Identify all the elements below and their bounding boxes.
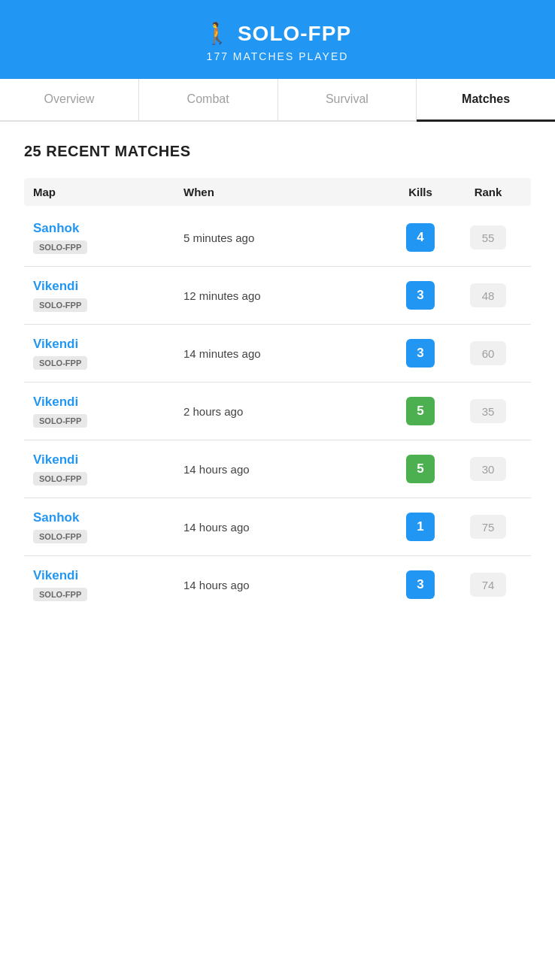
header: 🚶 SOLO-FPP 177 MATCHES PLAYED: [0, 0, 555, 79]
rank-cell: 60: [454, 341, 522, 365]
when-text: 14 hours ago: [183, 521, 387, 534]
mode-badge: SOLO-FPP: [33, 588, 87, 601]
when-text: 5 minutes ago: [183, 231, 387, 244]
table-row: Vikendi SOLO-FPP 2 hours ago 5 35: [24, 383, 531, 440]
rank-cell: 75: [454, 515, 522, 539]
table-row: Sanhok SOLO-FPP 5 minutes ago 4 55: [24, 209, 531, 267]
mode-badge: SOLO-FPP: [33, 240, 87, 254]
rank-value: 30: [470, 457, 506, 481]
kills-badge: 3: [387, 281, 454, 310]
col-rank: Rank: [454, 186, 522, 198]
matches-content: 25 RECENT MATCHES Map When Kills Rank Sa…: [0, 122, 555, 628]
map-info: Vikendi SOLO-FPP: [33, 279, 183, 312]
mode-badge: SOLO-FPP: [33, 472, 87, 485]
kills-badge: 5: [387, 455, 454, 483]
tab-combat[interactable]: Combat: [139, 79, 278, 120]
table-row: Vikendi SOLO-FPP 14 hours ago 5 30: [24, 440, 531, 498]
map-name[interactable]: Vikendi: [33, 395, 183, 410]
table-row: Sanhok SOLO-FPP 14 hours ago 1 75: [24, 498, 531, 556]
map-info: Sanhok SOLO-FPP: [33, 221, 183, 254]
kills-value: 5: [406, 455, 435, 483]
rank-value: 35: [470, 399, 506, 423]
tabs-container: Overview Combat Survival Matches: [0, 79, 555, 122]
table-header: Map When Kills Rank: [24, 178, 531, 206]
col-kills: Kills: [387, 186, 454, 198]
mode-badge: SOLO-FPP: [33, 356, 87, 370]
player-icon: 🚶: [204, 21, 230, 46]
map-info: Vikendi SOLO-FPP: [33, 337, 183, 370]
table-row: Vikendi SOLO-FPP 12 minutes ago 3 48: [24, 267, 531, 325]
rank-value: 55: [470, 225, 506, 250]
header-top: 🚶 SOLO-FPP: [15, 21, 540, 46]
kills-badge: 4: [387, 223, 454, 252]
map-name[interactable]: Sanhok: [33, 510, 183, 525]
kills-badge: 5: [387, 397, 454, 425]
col-map: Map: [33, 186, 183, 198]
kills-value: 3: [406, 570, 435, 599]
map-name[interactable]: Vikendi: [33, 279, 183, 294]
kills-badge: 3: [387, 339, 454, 368]
mode-badge: SOLO-FPP: [33, 298, 87, 312]
col-when: When: [183, 186, 387, 198]
app-container: 🚶 SOLO-FPP 177 MATCHES PLAYED Overview C…: [0, 0, 555, 980]
kills-value: 1: [406, 513, 435, 541]
map-name[interactable]: Vikendi: [33, 568, 183, 583]
rank-value: 48: [470, 283, 506, 307]
map-name[interactable]: Vikendi: [33, 337, 183, 352]
table-row: Vikendi SOLO-FPP 14 hours ago 3 74: [24, 556, 531, 613]
kills-value: 3: [406, 339, 435, 368]
when-text: 14 hours ago: [183, 463, 387, 476]
header-title: SOLO-FPP: [238, 22, 351, 46]
map-info: Vikendi SOLO-FPP: [33, 568, 183, 601]
kills-value: 4: [406, 223, 435, 252]
rank-cell: 74: [454, 573, 522, 597]
when-text: 2 hours ago: [183, 405, 387, 418]
matches-list: Sanhok SOLO-FPP 5 minutes ago 4 55 Viken…: [24, 209, 531, 613]
section-title: 25 RECENT MATCHES: [24, 143, 531, 160]
kills-badge: 1: [387, 513, 454, 541]
kills-value: 3: [406, 281, 435, 310]
rank-value: 60: [470, 341, 506, 365]
when-text: 14 hours ago: [183, 579, 387, 591]
tab-overview[interactable]: Overview: [0, 79, 139, 120]
when-text: 12 minutes ago: [183, 289, 387, 302]
map-name[interactable]: Vikendi: [33, 452, 183, 467]
rank-value: 74: [470, 573, 506, 597]
rank-cell: 35: [454, 399, 522, 423]
mode-badge: SOLO-FPP: [33, 530, 87, 543]
mode-badge: SOLO-FPP: [33, 414, 87, 428]
when-text: 14 minutes ago: [183, 347, 387, 360]
map-name[interactable]: Sanhok: [33, 221, 183, 236]
rank-value: 75: [470, 515, 506, 539]
map-info: Vikendi SOLO-FPP: [33, 452, 183, 485]
rank-cell: 48: [454, 283, 522, 307]
kills-value: 5: [406, 397, 435, 425]
rank-cell: 30: [454, 457, 522, 481]
rank-cell: 55: [454, 225, 522, 250]
kills-badge: 3: [387, 570, 454, 599]
map-info: Vikendi SOLO-FPP: [33, 395, 183, 428]
map-info: Sanhok SOLO-FPP: [33, 510, 183, 543]
tab-survival[interactable]: Survival: [278, 79, 417, 120]
header-subtitle: 177 MATCHES PLAYED: [15, 50, 540, 62]
table-row: Vikendi SOLO-FPP 14 minutes ago 3 60: [24, 325, 531, 383]
tab-matches[interactable]: Matches: [417, 79, 555, 122]
